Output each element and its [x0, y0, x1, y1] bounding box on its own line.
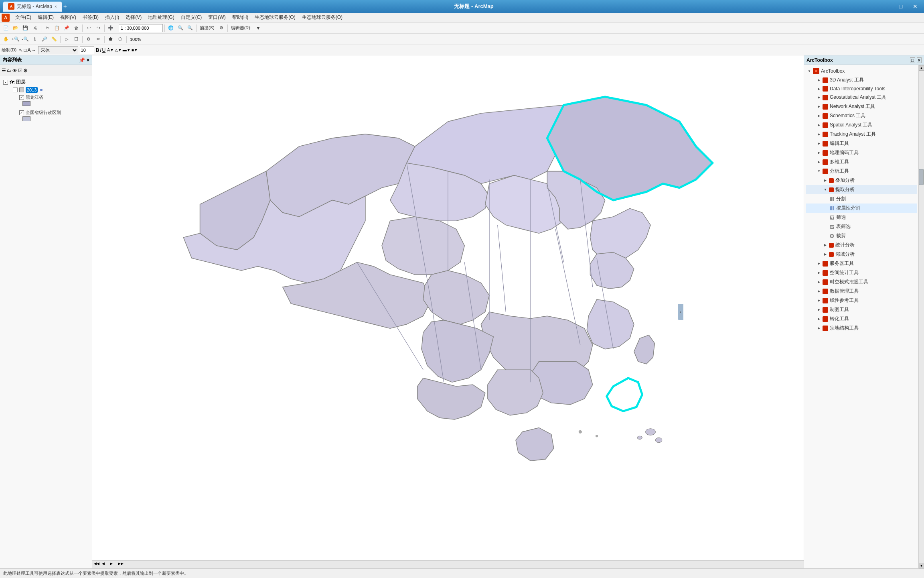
toolbox-scrollbar[interactable]: ▲ ▼ [918, 65, 924, 568]
layer-2013-row[interactable]: - 2013 [2, 86, 90, 94]
toolbox-split-by-attr-tool[interactable]: 按属性分割 [806, 204, 917, 213]
nav-last-btn[interactable]: ▶▶ [118, 562, 124, 568]
toolbox-table-filter-tool[interactable]: 表筛选 [806, 222, 917, 231]
toolbox-overlay-analysis[interactable]: ▶ 叠加分析 [806, 176, 917, 185]
clear-selection-btn[interactable]: ☐ [72, 35, 81, 44]
layer-2013-checkbox[interactable] [19, 88, 24, 92]
font-color-btn[interactable]: A▼ [107, 48, 114, 52]
toolbox-tracking-analyst[interactable]: ▶ Tracking Analyst 工具 [806, 130, 917, 139]
toolbox-schematics[interactable]: ▶ Schematics 工具 [806, 111, 917, 120]
snap-settings-btn[interactable]: ⚙ [217, 24, 226, 33]
minimize-button[interactable]: — [881, 2, 892, 10]
toolbox-filter-tool[interactable]: 筛选 [806, 213, 917, 222]
map-area[interactable]: ◀◀ ◀ ▶ ▶▶ ‹ [92, 55, 804, 568]
font-size-input[interactable] [80, 46, 94, 54]
toolbox-data-mgmt[interactable]: ▶ 数据管理工具 [806, 287, 917, 296]
zoom-in-btn[interactable]: 🔍 [176, 24, 185, 33]
cut-btn[interactable]: ✂ [43, 24, 52, 33]
toolbox-spatiotemporal-mining[interactable]: ▶ 时空模式挖掘工具 [806, 277, 917, 287]
pan-btn[interactable]: ✋ [2, 35, 10, 44]
toolbox-multidim-tools[interactable]: ▶ 多维工具 [806, 157, 917, 167]
font-selector[interactable]: 宋体 [38, 46, 78, 54]
toolbox-clip-tool[interactable]: 裁剪 [806, 231, 917, 240]
menu-window[interactable]: 窗口(W) [205, 13, 229, 22]
measure-btn[interactable]: 📏 [50, 35, 59, 44]
toc-source-btn[interactable]: 🗂 [7, 68, 12, 73]
scroll-track[interactable] [919, 71, 924, 563]
scroll-up-btn[interactable]: ▲ [919, 65, 924, 71]
layer-2013-expand-btn[interactable]: - [13, 88, 18, 92]
menu-file[interactable]: 文件(E) [12, 13, 34, 22]
arctoolbox-restore-btn[interactable]: □ [910, 57, 915, 63]
new-btn[interactable]: 📄 [2, 24, 10, 33]
menu-bookmark[interactable]: 书签(B) [79, 13, 102, 22]
paste-btn[interactable]: 📌 [62, 24, 71, 33]
scale-input[interactable] [119, 24, 163, 32]
draw-text-btn[interactable]: A [28, 47, 31, 53]
toolbox-data-interop[interactable]: ▶ Data Interoperability Tools [806, 85, 917, 93]
layers-expand-btn[interactable]: - [3, 80, 8, 85]
fill-color-btn[interactable]: △▼ [115, 48, 122, 52]
select-features-btn[interactable]: ▷ [62, 35, 71, 44]
shadow-color-btn[interactable]: ■▼ [132, 48, 138, 52]
toolbox-edit-tools[interactable]: ▶ 编辑工具 [806, 139, 917, 148]
menu-eco1[interactable]: 生态地球云服务(O) [251, 13, 298, 22]
toc-selection-btn[interactable]: ☑ [18, 68, 22, 73]
layer-heilongjiang-row[interactable]: 黑龙江省 [2, 94, 90, 101]
bold-btn[interactable]: B [96, 47, 99, 53]
draw-arrow-btn[interactable]: → [32, 47, 36, 53]
toolbox-network-analyst[interactable]: ▶ Network Analyst 工具 [806, 102, 917, 111]
toc-close-btn[interactable]: × [87, 57, 89, 63]
menu-customize[interactable]: 自定义(C) [178, 13, 205, 22]
layers-group[interactable]: - 🗺 图层 [2, 78, 90, 86]
menu-eco2[interactable]: 生态地球云服务(O) [299, 13, 346, 22]
editor-dropdown-btn[interactable]: ▼ [254, 24, 263, 33]
full-extent-btn[interactable]: 🌐 [166, 24, 175, 33]
zoom-out-btn[interactable]: 🔍 [186, 24, 195, 33]
layer-provinces-row[interactable]: 全国省级行政区划 [2, 109, 90, 116]
nav-next-btn[interactable]: ▶ [110, 562, 116, 568]
draw-shape-btn[interactable]: □ [24, 47, 26, 53]
maximize-button[interactable]: □ [895, 2, 906, 10]
delete-btn[interactable]: 🗑 [72, 24, 81, 33]
layer-heilongjiang-checkbox[interactable] [19, 95, 24, 100]
tab-close-button[interactable]: × [55, 4, 57, 9]
copy-btn[interactable]: 📋 [53, 24, 61, 33]
geoprocessing-btn[interactable]: ⚙ [84, 35, 93, 44]
redo-btn[interactable]: ↪ [94, 24, 103, 33]
toolbox-conversion[interactable]: ▶ 转化工具 [806, 314, 917, 324]
toolbox-geostat[interactable]: ▶ Geostatistical Analyst 工具 [806, 93, 917, 102]
toolbox-stats-analysis[interactable]: ▶ 统计分析 [806, 240, 917, 250]
find-btn[interactable]: 🔎 [40, 35, 49, 44]
toolbox-spatial-stats[interactable]: ▶ 空间统计工具 [806, 268, 917, 277]
close-button[interactable]: ✕ [910, 2, 921, 10]
toolbox-spatial-analyst[interactable]: ▶ Spatial Analyst 工具 [806, 120, 917, 130]
new-tab-button[interactable]: + [63, 3, 67, 10]
vertex-btn[interactable]: ⬟ [106, 35, 115, 44]
nav-prev-btn[interactable]: ◀ [102, 562, 108, 568]
undo-btn[interactable]: ↩ [84, 24, 93, 33]
toolbox-neighbor-analysis[interactable]: ▶ 邻域分析 [806, 250, 917, 259]
toolbox-geocode-tools[interactable]: ▶ 地理编码工具 [806, 148, 917, 157]
menu-view[interactable]: 视图(V) [57, 13, 79, 22]
toc-visibility-btn[interactable]: 👁 [12, 68, 17, 73]
app-tab[interactable]: A 无标题 - ArcMap × [3, 2, 62, 12]
zoom-out-map-btn[interactable]: -🔍 [21, 35, 30, 44]
layer-provinces-checkbox[interactable] [19, 110, 24, 115]
reshape-btn[interactable]: ⬡ [116, 35, 125, 44]
identify-btn[interactable]: ℹ [30, 35, 39, 44]
toc-list-btn[interactable]: ☰ [2, 68, 6, 73]
toolbox-3d-analyst[interactable]: ▶ 3D Analyst 工具 [806, 75, 917, 85]
toolbox-root[interactable]: ▼ ArcToolbox [806, 67, 917, 75]
menu-select[interactable]: 选择(V) [122, 13, 145, 22]
open-btn[interactable]: 📂 [11, 24, 20, 33]
line-color-btn[interactable]: ▬▼ [123, 48, 131, 52]
menu-geoprocessing[interactable]: 地理处理(G) [145, 13, 177, 22]
toolbox-cartography[interactable]: ▶ 制图工具 [806, 305, 917, 314]
save-btn[interactable]: 💾 [21, 24, 30, 33]
add-data-btn[interactable]: ➕ [106, 24, 115, 33]
menu-help[interactable]: 帮助(H) [229, 13, 252, 22]
zoom-in-map-btn[interactable]: +🔍 [11, 35, 20, 44]
draw-cursor-btn[interactable]: ↖ [19, 47, 23, 53]
toolbox-server-tools[interactable]: ▶ 服务器工具 [806, 259, 917, 268]
